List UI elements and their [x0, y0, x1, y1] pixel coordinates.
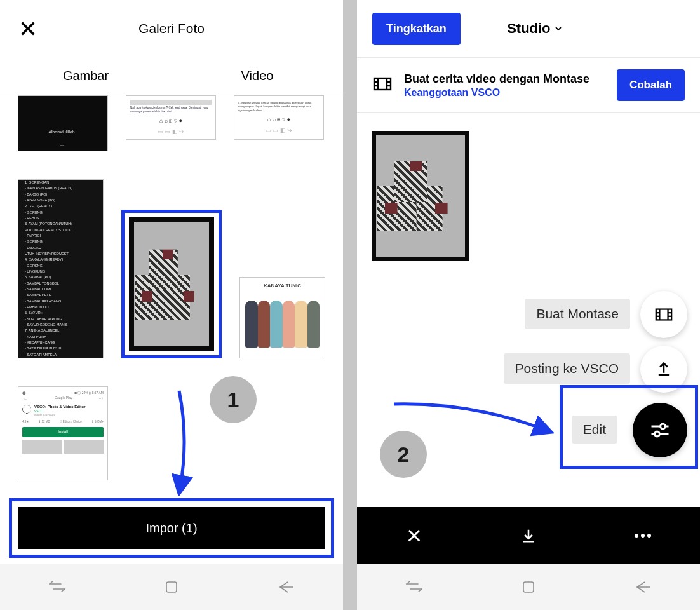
thumb-igbar: ⌂ ⌕ ⊞ ♡ ● [130, 118, 212, 125]
svg-rect-26 [523, 582, 534, 592]
tutorial-arrow [166, 388, 205, 496]
nav-recent-icon[interactable] [357, 564, 471, 610]
android-navbar [0, 564, 343, 610]
selected-photo [129, 217, 214, 351]
banner-heading: Buat cerita video dengan Montase [404, 72, 589, 86]
studio-photo-thumb[interactable] [372, 131, 469, 261]
svg-point-24 [641, 534, 644, 537]
grid-thumb[interactable]: MENU HARI INI :1. GORENGAN- IKAN ASIN GA… [18, 179, 104, 358]
svg-point-20 [655, 431, 660, 437]
grid-thumb[interactable]: KANAYA TUNIC [239, 277, 325, 358]
montage-fab[interactable] [640, 291, 687, 338]
svg-rect-3 [374, 78, 391, 90]
back-arrow-icon: ← [22, 396, 28, 403]
nav-back-icon[interactable] [586, 564, 700, 610]
studio-body: Buat Montase Posting ke VSCO Edit 2 [357, 113, 700, 507]
gallery-header: Galeri Foto [0, 0, 343, 57]
more-icon[interactable] [586, 507, 700, 564]
tab-video[interactable]: Video [172, 57, 343, 95]
grid-row: MENU HARI INI :1. GORENGAN- IKAN ASIN GA… [18, 179, 325, 358]
step-badge-1: 1 [210, 376, 257, 423]
edit-pill[interactable]: Edit [572, 416, 617, 444]
import-highlight: Impor (1) [9, 498, 334, 558]
nav-back-icon[interactable] [229, 564, 343, 610]
photo-grid: Alhamdulillah~ ⋯ Nah apa itu #pascikolos… [0, 95, 343, 564]
studio-dropdown[interactable]: Studio [507, 20, 562, 37]
playstore-app-name: VSCO: Photo & Video Editor [34, 405, 86, 409]
nav-home-icon[interactable] [471, 564, 586, 610]
svg-rect-2 [166, 582, 177, 592]
play-install-button: Install [22, 427, 104, 437]
studio-label: Studio [507, 20, 550, 37]
thumb-igbar: ⌂ ⌕ ⊞ ♡ ● [238, 116, 320, 123]
playstore-time: ⬤ [22, 391, 26, 395]
chevron-down-icon [555, 25, 562, 32]
edit-fab[interactable] [633, 403, 687, 458]
nav-recent-icon[interactable] [0, 564, 114, 610]
media-tabs: Gambar Video [0, 57, 343, 95]
nav-home-icon[interactable] [114, 564, 229, 610]
post-pill[interactable]: Posting ke VSCO [504, 353, 630, 384]
action-bar [357, 507, 700, 564]
grid-thumb-selected[interactable] [121, 210, 222, 358]
page-title: Galeri Foto [0, 21, 343, 36]
film-icon [372, 74, 393, 97]
android-navbar [357, 564, 700, 610]
thumb-caption: Alhamdulillah~ [48, 130, 77, 135]
svg-point-25 [647, 534, 650, 537]
montage-pill[interactable]: Buat Montase [525, 299, 630, 329]
grid-thumb[interactable]: ⬤≣ ⓘ 24% ▮ 8:57 AM ←Google Play⌕ ⋮ VSCO:… [18, 386, 108, 480]
thumb-title: KANAYA TUNIC [245, 283, 320, 289]
download-icon[interactable] [471, 507, 586, 564]
import-button[interactable]: Impor (1) [18, 507, 325, 549]
close-icon[interactable] [15, 16, 41, 41]
banner-link[interactable]: Keanggotaan VSCO [404, 87, 500, 98]
svg-point-18 [661, 424, 666, 429]
try-button[interactable]: Cobalah [617, 69, 685, 101]
upgrade-button[interactable]: Tingkatkan [372, 13, 461, 45]
svg-point-23 [635, 534, 638, 537]
grid-thumb[interactable]: Nah apa itu #pascikolostrum? Cek feed sa… [126, 95, 216, 140]
vsco-app-icon [22, 405, 31, 414]
grid-thumb[interactable]: 4. Siapkan waslap dan air hangat biasa j… [234, 95, 324, 140]
svg-rect-10 [656, 309, 671, 320]
tab-images[interactable]: Gambar [0, 57, 172, 95]
tutorial-arrow [389, 399, 554, 450]
grid-thumb[interactable]: Alhamdulillah~ ⋯ [18, 95, 108, 151]
close-action-icon[interactable] [357, 507, 471, 564]
montage-banner: Buat cerita video dengan Montase Keanggo… [357, 57, 700, 113]
grid-row: Alhamdulillah~ ⋯ Nah apa itu #pascikolos… [18, 95, 325, 151]
studio-header: Tingkatkan Studio [357, 0, 700, 57]
